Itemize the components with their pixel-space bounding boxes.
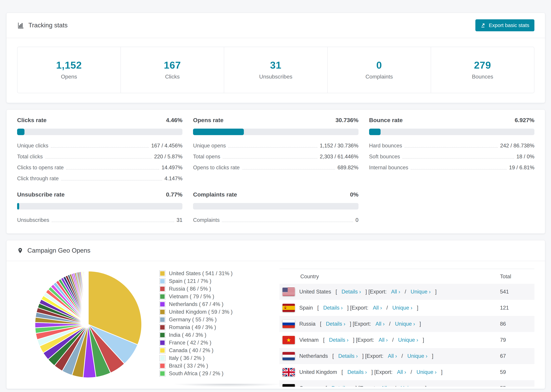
flag-gb-icon <box>283 368 295 376</box>
progress-bar <box>369 129 534 135</box>
geo-title-label: Campaign Geo Opens <box>27 247 90 254</box>
export-all-link-vietnam[interactable]: All › <box>379 337 388 343</box>
details-link-united-states[interactable]: Details › <box>342 289 361 295</box>
stat-label: Complaints <box>328 74 431 80</box>
stat-value: 167 <box>121 59 224 71</box>
progress-fill <box>17 129 24 135</box>
legend-label: Spain ( 121 / 7% ) <box>169 278 211 284</box>
rate-row-internal-bounces: Internal bounces 19 / 6.81% <box>369 165 534 171</box>
rate-row-complaints: Complaints 0 <box>193 217 358 223</box>
legend-label: South Africa ( 29 / 2% ) <box>169 371 224 377</box>
legend-swatch <box>159 278 165 284</box>
legend-swatch <box>159 363 165 369</box>
rate-row-unique-opens: Unique opens 1,152 / 30.736% <box>193 143 358 149</box>
export-all-link-united-states[interactable]: All › <box>391 289 400 295</box>
legend-item-brazil: Brazil ( 33 / 2% ) <box>159 363 233 369</box>
dotted-leader <box>51 147 149 147</box>
country-column-header: Country <box>279 269 493 284</box>
export-all-link-germany[interactable]: All › <box>381 385 390 387</box>
export-unique-link-vietnam[interactable]: Unique › <box>398 337 418 343</box>
export-all-link-netherlands[interactable]: All › <box>388 353 397 359</box>
table-row-germany: Germany [Details ›] [Export: All › / Uni… <box>279 380 534 387</box>
page-bottom-shadow <box>154 384 301 392</box>
legend-swatch <box>159 355 165 361</box>
export-all-link-russia[interactable]: All › <box>375 321 384 327</box>
campaign-geo-opens-card: Campaign Geo Opens United States ( 541 /… <box>6 240 545 389</box>
stat-label: Bounces <box>431 74 534 80</box>
stat-unsubscribes: 31 Unsubscribes <box>224 47 327 93</box>
details-link-netherlands[interactable]: Details › <box>338 353 358 359</box>
legend-label: Russia ( 86 / 5% ) <box>169 286 211 292</box>
legend-item-france: France ( 42 / 2% ) <box>159 340 233 346</box>
legend-swatch <box>159 347 165 354</box>
progress-fill <box>193 129 244 135</box>
dotted-leader <box>222 222 353 222</box>
details-link-spain[interactable]: Details › <box>323 305 343 311</box>
total-column-header: Total <box>493 269 534 284</box>
flag-ru-icon <box>283 320 295 328</box>
stat-clicks: 167 Clicks <box>121 47 224 93</box>
legend-item-south-africa: South Africa ( 29 / 2% ) <box>159 371 233 377</box>
country-total: 541 <box>493 284 534 300</box>
flag-nl-icon <box>283 352 295 360</box>
rate-block-bounce-rate: Bounce rate 6.927% Hard bounces 242 / 86… <box>369 117 534 182</box>
flag-us-icon <box>283 288 295 296</box>
details-link-germany[interactable]: Details › <box>332 385 351 387</box>
stat-bounces: 279 Bounces <box>431 47 534 93</box>
map-pin-icon <box>17 247 23 254</box>
pie-chart-svg <box>34 270 143 379</box>
dotted-leader <box>404 147 498 147</box>
rate-title: Unsubscribe rate <box>17 191 65 198</box>
legend-swatch <box>159 324 165 330</box>
export-unique-link-germany[interactable]: Unique › <box>401 385 421 387</box>
legend-label: France ( 42 / 2% ) <box>169 340 211 346</box>
country-name: Germany <box>299 385 321 387</box>
table-row-spain: Spain [Details ›] [Export: All › / Uniqu… <box>279 300 534 316</box>
legend-item-united-kingdom: United Kingdom ( 59 / 3% ) <box>159 309 233 315</box>
export-all-link-united-kingdom[interactable]: All › <box>397 369 406 375</box>
stat-value: 31 <box>224 59 327 71</box>
details-link-united-kingdom[interactable]: Details › <box>347 369 367 375</box>
export-unique-link-russia[interactable]: Unique › <box>395 321 415 327</box>
legend-item-vietnam: Vietnam ( 79 / 5% ) <box>159 294 233 300</box>
stat-opens: 1,152 Opens <box>17 47 121 93</box>
rate-block-opens-rate: Opens rate 30.736% Unique opens 1,152 / … <box>193 117 358 182</box>
stats-box: 1,152 Opens167 Clicks31 Unsubscribes0 Co… <box>17 47 534 93</box>
legend-swatch <box>159 309 165 315</box>
stat-value: 1,152 <box>17 59 120 71</box>
legend-swatch <box>159 270 165 277</box>
page: Tracking stats Export basic stats 1,152 … <box>0 0 551 392</box>
dotted-leader <box>66 169 159 169</box>
dotted-leader <box>403 158 514 159</box>
legend-item-germany: Germany ( 55 / 3% ) <box>159 317 233 323</box>
details-link-vietnam[interactable]: Details › <box>329 337 349 343</box>
country-name: Spain <box>299 305 313 311</box>
stat-value: 279 <box>431 59 534 71</box>
rate-row-hard-bounces: Hard bounces 242 / 86.738% <box>369 143 534 149</box>
rate-block-complaints-rate: Complaints rate 0% Complaints 0 <box>193 191 358 223</box>
export-unique-link-spain[interactable]: Unique › <box>392 305 412 311</box>
export-icon <box>480 23 486 28</box>
export-basic-stats-button[interactable]: Export basic stats <box>475 19 534 31</box>
country-total: 59 <box>493 364 534 380</box>
export-unique-link-netherlands[interactable]: Unique › <box>407 353 427 359</box>
legend-swatch <box>159 371 165 377</box>
legend-item-canada: Canada ( 40 / 2% ) <box>159 347 233 354</box>
export-unique-link-united-states[interactable]: Unique › <box>411 289 431 295</box>
tracking-stats-title: Tracking stats <box>17 22 68 29</box>
geo-table-wrap: Country Total United States [Details ›] … <box>279 269 534 387</box>
export-unique-link-united-kingdom[interactable]: Unique › <box>417 369 437 375</box>
progress-bar <box>17 203 182 210</box>
rate-title: Complaints rate <box>193 191 237 198</box>
flag-vn-icon <box>283 336 295 344</box>
stat-complaints: 0 Complaints <box>328 47 431 93</box>
details-link-russia[interactable]: Details › <box>326 321 345 327</box>
rate-value: 0% <box>350 191 359 198</box>
legend-label: Brazil ( 33 / 2% ) <box>169 363 208 369</box>
stat-label: Opens <box>17 74 120 80</box>
stat-label: Unsubscribes <box>224 74 327 80</box>
pie-legend: United States ( 541 / 31% ) Spain ( 121 … <box>159 270 233 378</box>
export-all-link-spain[interactable]: All › <box>373 305 382 311</box>
flag-es-icon <box>283 304 295 312</box>
rate-title: Bounce rate <box>369 117 403 124</box>
